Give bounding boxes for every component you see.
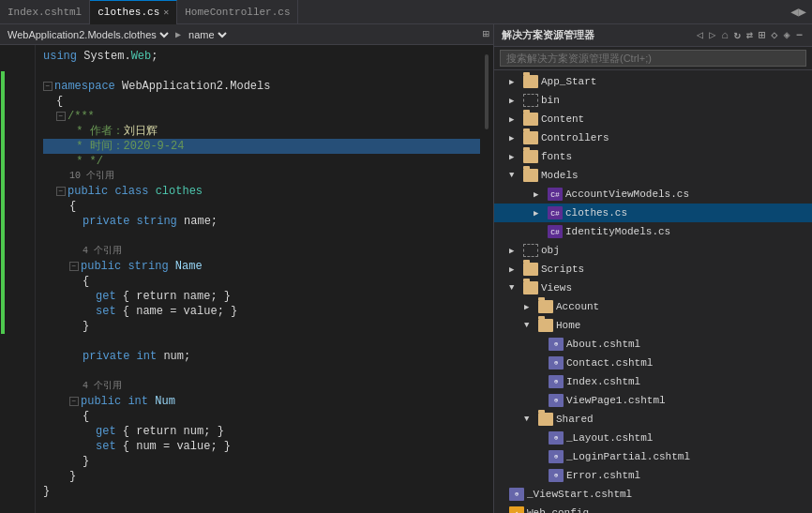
chevron-icon: ▼ (509, 283, 520, 293)
tree-item-index[interactable]: ⊕ Index.cshtml (494, 372, 812, 391)
tree-item-account[interactable]: ▶ Account (494, 297, 812, 316)
code-line: − public int Num (43, 394, 480, 409)
collapse-btn[interactable]: − (43, 82, 53, 91)
tree-item-loginpartial[interactable]: ⊕ _LoginPartial.cshtml (494, 447, 812, 466)
chevron-icon: ▶ (509, 133, 520, 143)
tree-item-about[interactable]: ⊕ About.cshtml (494, 335, 812, 354)
cshtml-icon: ⊕ (549, 375, 564, 388)
folder-icon (538, 319, 553, 332)
search-input[interactable] (500, 50, 806, 67)
code-line: 4 个引用 (43, 379, 480, 394)
tree-item-controllers[interactable]: ▶ Controllers (494, 128, 812, 147)
code-line: { (43, 409, 480, 424)
cshtml-icon: ⊕ (549, 431, 564, 445)
code-line: } (43, 454, 480, 469)
cshtml-icon: ⊕ (549, 469, 564, 482)
tab-label: Index.cshtml (8, 7, 82, 18)
tab-index-cshtml[interactable]: Index.cshtml (0, 0, 90, 24)
tree-item-contact[interactable]: ⊕ Contact.cshtml (494, 354, 812, 372)
close-icon[interactable]: − (794, 29, 804, 42)
chevron-icon: ▼ (509, 171, 520, 180)
folder-icon (523, 263, 538, 276)
tab-bar: Index.cshtml clothes.cs ✕ HomeController… (0, 0, 812, 24)
tree-item-accountviewmodels[interactable]: ▶ C# AccountViewModels.cs (494, 185, 812, 204)
forward-icon[interactable]: ▷ (707, 28, 717, 42)
tree-item-shared[interactable]: ▼ Shared (494, 410, 812, 429)
code-content[interactable]: using System.Web; − namespace WebApplica… (36, 45, 480, 513)
scroll-thumb[interactable] (485, 54, 489, 129)
cs-icon: C# (548, 225, 563, 238)
chevron-icon: ▶ (524, 302, 535, 312)
tree-item-layout[interactable]: ⊕ _Layout.cshtml (494, 429, 812, 447)
tree-item-webconfig[interactable]: ✦ Web.config (494, 504, 812, 513)
code-line: get { return name; } (43, 289, 480, 304)
breadcrumb-namespace[interactable]: WebApplication2.Models.clothes (4, 25, 172, 44)
code-line: } (43, 484, 480, 499)
folder-icon (523, 113, 538, 126)
cshtml-icon: ⊕ (549, 450, 564, 463)
refresh-icon[interactable]: ↻ (732, 28, 743, 42)
breadcrumb-bar: WebApplication2.Models.clothes ▶ name ⊞ (0, 24, 493, 45)
tree-item-clothes[interactable]: ▶ C# clothes.cs (494, 204, 812, 222)
folder-icon (523, 131, 538, 144)
cshtml-icon: ⊕ (549, 338, 564, 351)
chevron-icon: ▶ (509, 77, 520, 87)
back-icon[interactable]: ◁ (695, 28, 705, 42)
tree-item-viewpage1[interactable]: ⊕ ViewPage1.cshtml (494, 391, 812, 410)
code-line: get { return num; } (43, 424, 480, 439)
xml-icon: ✦ (509, 506, 524, 513)
collapse-btn[interactable]: − (56, 112, 66, 121)
code-line: − public string Name (43, 259, 480, 274)
folder-icon (523, 244, 538, 257)
tab-close-icon[interactable]: ✕ (163, 7, 169, 18)
search-bar (494, 47, 812, 70)
tree-item-app-start[interactable]: ▶ App_Start (494, 72, 812, 91)
tree-item-identitymodels[interactable]: C# IdentityModels.cs (494, 222, 812, 241)
tab-clothes-cs[interactable]: clothes.cs ✕ (90, 0, 177, 24)
tab-label: HomeController.cs (185, 7, 290, 18)
home-icon[interactable]: ⌂ (719, 29, 729, 42)
tab-overflow[interactable]: ◀▶ (785, 4, 812, 20)
cs-icon: C# (548, 206, 563, 219)
tree-item-scripts[interactable]: ▶ Scripts (494, 260, 812, 279)
solution-title-text: 解决方案资源管理器 (502, 28, 594, 42)
settings-icon[interactable]: ⊞ (757, 28, 767, 42)
code-line: { (43, 274, 480, 289)
folder-icon (523, 94, 538, 107)
code-area: using System.Web; − namespace WebApplica… (0, 45, 493, 513)
tree-item-content[interactable]: ▶ Content (494, 110, 812, 128)
breadcrumb-separator: ▶ (175, 29, 181, 40)
tree-item-home[interactable]: ▼ Home (494, 316, 812, 335)
editor-expand-icon[interactable]: ⊞ (483, 27, 489, 41)
tree-item-bin[interactable]: ▶ bin (494, 91, 812, 110)
tree-item-obj[interactable]: ▶ obj (494, 241, 812, 260)
pin-icon[interactable]: ◈ (782, 28, 792, 42)
code-line: } (43, 469, 480, 484)
code-line-cursor: * 时间：2020-9-24 (43, 139, 480, 154)
code-line: { (43, 199, 480, 214)
tree-item-viewstart[interactable]: ⊕ _ViewStart.cshtml (494, 485, 812, 504)
tree-item-fonts[interactable]: ▶ fonts (494, 147, 812, 166)
code-line: { (43, 94, 480, 109)
editor-panel: WebApplication2.Models.clothes ▶ name ⊞ (0, 24, 493, 513)
code-line (43, 64, 480, 79)
cshtml-icon: ⊕ (509, 488, 524, 501)
code-line: 10 个引用 (43, 169, 480, 184)
breadcrumb-member[interactable]: name (185, 25, 230, 44)
collapse-btn[interactable]: − (69, 262, 79, 271)
tree-item-models[interactable]: ▼ Models (494, 166, 812, 185)
menu-icon[interactable]: ◇ (769, 28, 779, 42)
scrollbar[interactable] (480, 45, 493, 513)
tree-item-error[interactable]: ⊕ Error.cshtml (494, 466, 812, 485)
code-line: * */ (43, 154, 480, 169)
cshtml-icon: ⊕ (549, 394, 564, 407)
collapse-btn[interactable]: − (56, 187, 66, 196)
tree-item-views[interactable]: ▼ Views (494, 279, 812, 297)
chevron-icon (534, 227, 545, 236)
folder-icon (523, 169, 538, 182)
collapse-btn[interactable]: − (69, 397, 79, 406)
tab-homecontroller-cs[interactable]: HomeController.cs (177, 0, 298, 24)
solution-toolbar: ◁ ▷ ⌂ ↻ ⇄ ⊞ ◇ ◈ − (695, 28, 804, 42)
chevron-icon: ▶ (509, 246, 520, 256)
sync-icon[interactable]: ⇄ (744, 28, 755, 42)
